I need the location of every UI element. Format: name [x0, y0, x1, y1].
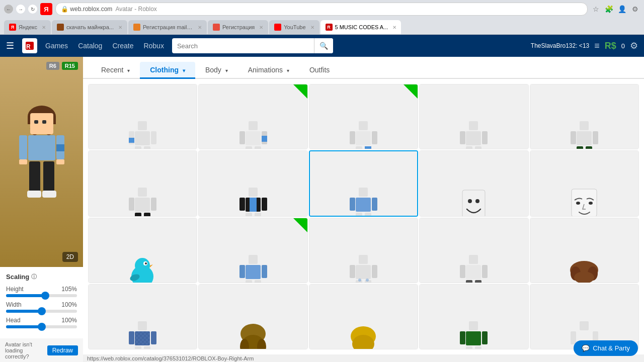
man-torso-svg: [345, 252, 382, 283]
nav-games[interactable]: Games: [45, 42, 68, 50]
svg-rect-19: [138, 121, 147, 130]
svg-rect-48: [571, 131, 576, 144]
svg-rect-7: [34, 120, 38, 124]
svg-rect-51: [586, 146, 592, 149]
item-ripped-skater[interactable]: Ripped Skater P...: [419, 218, 528, 283]
width-thumb[interactable]: [38, 307, 46, 315]
tab-reg-label: Регистрация: [222, 24, 255, 30]
item-gold-item-image: [309, 285, 418, 349]
svg-rect-92: [356, 265, 371, 279]
bookmark-icon[interactable]: ☆: [591, 4, 601, 14]
nav-catalog[interactable]: Catalog: [78, 42, 102, 50]
url-bar[interactable]: 🔒 web.roblox.com Avatar - Roblox: [55, 3, 588, 16]
tab-close-minecraft[interactable]: ✕: [118, 25, 122, 30]
tab-animations[interactable]: Animations ▾: [238, 62, 299, 78]
tab-yandex[interactable]: Я Яндекс ✕: [4, 20, 51, 34]
bird-svg: [124, 252, 162, 283]
r15-badge[interactable]: R15: [62, 62, 78, 70]
tab-outfits[interactable]: Outfits: [299, 62, 340, 78]
redraw-button[interactable]: Redraw: [47, 345, 78, 355]
tab-reg[interactable]: Регистрация ✕: [208, 20, 268, 34]
item-man-right-arm[interactable]: Man Right Arm: [88, 84, 197, 149]
chat-party-button[interactable]: 💬 Chat & Party: [574, 340, 638, 356]
item-brown-hair2-image: [199, 285, 307, 349]
tab-roblox[interactable]: R 5 MUSIC CODES A... ✕: [320, 20, 401, 34]
roblox-logo[interactable]: R: [22, 38, 37, 53]
tab-yandex-label: Яндекс: [19, 24, 37, 30]
reload-button[interactable]: ↻: [28, 5, 37, 14]
minecraft-tab-icon: [57, 24, 64, 31]
item-man-face[interactable]: Man Face: [530, 150, 639, 217]
tab-clothing[interactable]: Clothing ▾: [140, 62, 195, 78]
robux-icon[interactable]: R$: [605, 41, 616, 51]
svg-text:R: R: [26, 43, 31, 50]
width-row: Width 100%: [6, 301, 77, 313]
animations-arrow: ▾: [287, 68, 289, 73]
head-thumb[interactable]: [38, 323, 46, 331]
item-white-item[interactable]: [530, 284, 639, 349]
item-blue-black[interactable]: Blue and Black ...: [198, 150, 307, 217]
brown-charmer-svg: [566, 252, 603, 283]
item-man-left-leg[interactable]: Man Left Leg: [419, 84, 528, 149]
svg-rect-60: [250, 198, 257, 212]
item-green-item[interactable]: [419, 284, 528, 349]
item-denim-jacket-image: [310, 151, 417, 217]
nav-robux[interactable]: Robux: [143, 42, 164, 50]
back-button[interactable]: ←: [4, 5, 13, 14]
svg-rect-86: [246, 265, 261, 279]
tab-close-roblox[interactable]: ✕: [392, 25, 396, 30]
svg-rect-91: [359, 255, 368, 264]
item-roblox-boy-le[interactable]: ROBLOX Boy Le...: [309, 84, 418, 149]
svg-rect-15: [29, 161, 40, 192]
svg-rect-62: [262, 198, 267, 211]
item-dark-green-jeans[interactable]: Dark Green Jeans: [530, 84, 639, 149]
user-profile-icon[interactable]: 👤: [617, 4, 627, 14]
extensions-icon[interactable]: 🧩: [604, 4, 614, 14]
tab-body[interactable]: Body ▾: [195, 62, 238, 78]
search-input[interactable]: [172, 42, 314, 50]
svg-rect-57: [144, 213, 150, 217]
gear-icon[interactable]: ⚙: [630, 40, 638, 51]
tab-minecraft[interactable]: скачать майнкра... ✕: [52, 20, 127, 34]
search-button[interactable]: 🔍: [314, 38, 333, 53]
svg-rect-9: [28, 135, 55, 160]
item-brown-hair2[interactable]: [198, 284, 307, 349]
avatar-2d-button[interactable]: 2D: [62, 252, 78, 262]
search-bar: 🔍: [172, 38, 333, 53]
tab-recent[interactable]: Recent ▾: [91, 62, 140, 78]
width-value: 100%: [61, 301, 77, 308]
svg-rect-115: [135, 331, 150, 345]
tab-minecraft-label: скачать майнкра...: [66, 24, 114, 30]
item-brown-charmer[interactable]: Brown Charmer...: [530, 218, 639, 283]
height-thumb[interactable]: [41, 292, 49, 300]
r6-badge[interactable]: R6: [46, 62, 59, 70]
tab-close-youtube[interactable]: ✕: [310, 25, 314, 30]
item-smile[interactable]: Smile: [419, 150, 528, 217]
item-checker-jacket[interactable]: [88, 284, 197, 349]
notifications-icon[interactable]: ≡: [594, 41, 600, 51]
youtube-tab-icon: [274, 24, 281, 31]
item-man-torso[interactable]: Man Torso: [309, 218, 418, 283]
item-bird[interactable]: The Bird Says____: [88, 218, 197, 283]
green-item-svg: [455, 319, 493, 349]
svg-rect-127: [466, 331, 481, 345]
item-denim-jacket[interactable]: Denim Jacket w...: [309, 150, 418, 217]
height-row: Height 105%: [6, 286, 77, 297]
item-roblox-boy-ri[interactable]: ROBLOX Boy Ri...: [198, 84, 307, 149]
status-bar: https://web.roblox.com/catalog/376531012…: [83, 354, 644, 362]
svg-rect-65: [359, 188, 368, 197]
svg-rect-64: [255, 213, 261, 217]
svg-rect-63: [246, 213, 252, 217]
tab-close-mail[interactable]: ✕: [198, 25, 202, 30]
hamburger-menu[interactable]: ☰: [6, 40, 14, 51]
tab-mail[interactable]: Регистрация mail.r... ✕: [128, 20, 207, 34]
nav-create[interactable]: Create: [112, 42, 133, 50]
settings-icon[interactable]: ⚙: [630, 4, 640, 14]
tab-close-yandex[interactable]: ✕: [42, 25, 46, 30]
item-black-jeans[interactable]: Black Jeans: [88, 150, 197, 217]
tab-youtube[interactable]: YouTube ✕: [269, 20, 319, 34]
tab-close-reg[interactable]: ✕: [259, 25, 263, 30]
forward-button[interactable]: →: [16, 5, 25, 14]
item-roblox-boy-torso[interactable]: ROBLOX Boy To...: [198, 218, 307, 283]
item-gold-item[interactable]: [309, 284, 418, 349]
